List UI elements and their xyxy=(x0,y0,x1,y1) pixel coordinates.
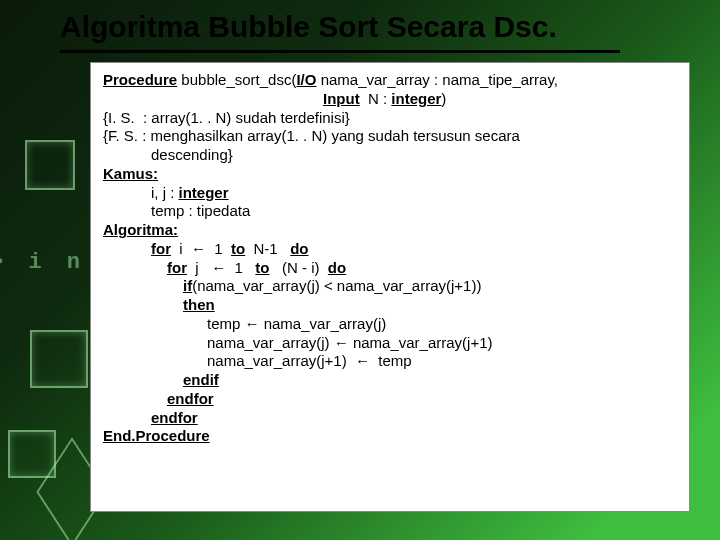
proc-signature-line2: Input N : integer) xyxy=(103,90,677,109)
final-state-2: descending} xyxy=(103,146,677,165)
algorithm-body: Procedure bubble_sort_dsc(I/O nama_var_a… xyxy=(90,62,690,512)
kw-do: do xyxy=(290,240,308,257)
kw-endfor-outer: endfor xyxy=(103,409,677,428)
paren-close: ) xyxy=(441,90,446,107)
deco-square xyxy=(30,330,88,388)
kw-integer: integer xyxy=(391,90,441,107)
kw-endfor-inner: endfor xyxy=(103,390,677,409)
kw-procedure: Procedure xyxy=(103,71,177,88)
deco-square xyxy=(25,140,75,190)
kw-to-2: to xyxy=(255,259,269,276)
stmt-2: nama_var_array(j) ← nama_var_array(j+1) xyxy=(103,334,677,353)
kamus-vars-ij: i, j : xyxy=(151,184,179,201)
title-underline xyxy=(60,50,620,53)
input-var: N : xyxy=(360,90,392,107)
kw-then: then xyxy=(103,296,677,315)
for-outer-var: i ← 1 xyxy=(171,240,231,257)
for-inner: for j ← 1 to (N - i) do xyxy=(103,259,677,278)
final-state-1: {F. S. : menghasilkan array(1. . N) yang… xyxy=(103,127,677,146)
kw-for: for xyxy=(151,240,171,257)
kw-integer-2: integer xyxy=(179,184,229,201)
slide: > i n t Algoritma Bubble Sort Secara Dsc… xyxy=(0,0,720,540)
if-condition: (nama_var_array(j) < nama_var_array(j+1)… xyxy=(192,277,481,294)
kw-endprocedure: End.Procedure xyxy=(103,427,677,446)
kamus-heading: Kamus: xyxy=(103,165,677,184)
kw-do-2: do xyxy=(328,259,346,276)
proc-signature-line1: Procedure bubble_sort_dsc(I/O nama_var_a… xyxy=(103,71,677,90)
if-line: if(nama_var_array(j) < nama_var_array(j+… xyxy=(103,277,677,296)
for-outer-end: N-1 xyxy=(245,240,290,257)
proc-params-1: nama_var_array : nama_tipe_array, xyxy=(316,71,558,88)
kamus-line-2: temp : tipedata xyxy=(103,202,677,221)
kw-for-2: for xyxy=(167,259,187,276)
stmt-3: nama_var_array(j+1) ← temp xyxy=(103,352,677,371)
for-outer: for i ← 1 to N-1 do xyxy=(103,240,677,259)
kw-to: to xyxy=(231,240,245,257)
kw-endif: endif xyxy=(103,371,677,390)
for-inner-var: j ← 1 xyxy=(187,259,255,276)
proc-name: bubble_sort_dsc( xyxy=(177,71,296,88)
stmt-1: temp ← nama_var_array(j) xyxy=(103,315,677,334)
initial-state: {I. S. : array(1. . N) sudah terdefinisi… xyxy=(103,109,677,128)
for-inner-end: (N - i) xyxy=(270,259,328,276)
kamus-line-1: i, j : integer xyxy=(103,184,677,203)
kw-io: I/O xyxy=(296,71,316,88)
slide-title: Algoritma Bubble Sort Secara Dsc. xyxy=(60,10,680,44)
algoritma-heading: Algoritma: xyxy=(103,221,677,240)
kw-input: Input xyxy=(323,90,360,107)
kw-if: if xyxy=(183,277,192,294)
